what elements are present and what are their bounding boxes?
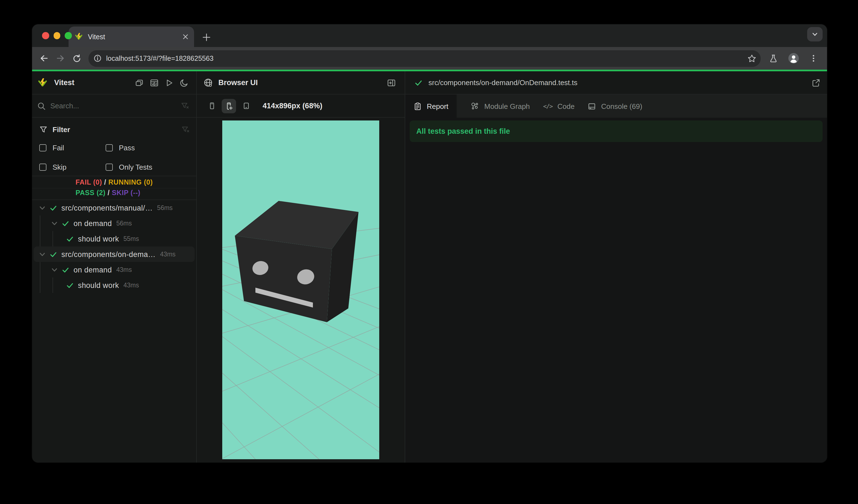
report-tabs: Report Module Graph [405,95,827,118]
viewport-size-label[interactable]: 414x896px (68%) [263,102,322,110]
fail-count: FAIL (0) [76,179,102,186]
minimize-window-button[interactable] [53,32,60,39]
pass-check-icon [50,250,57,258]
window-controls [42,32,72,39]
skip-count: SKIP (--) [112,189,140,197]
dashboard-icon[interactable] [150,78,159,87]
filter-option-pass[interactable]: Pass [106,138,190,158]
url-text[interactable]: localhost:5173/#/?file=1828625563 [106,54,747,62]
windows-icon[interactable] [135,78,144,87]
tab-title: Vitest [88,33,182,40]
browser-toolbar: localhost:5173/#/?file=1828625563 [32,47,827,70]
browser-panel-header: Browser UI [197,71,405,95]
tab-code[interactable]: </> Code [537,95,581,118]
only-tests-checkbox[interactable] [106,164,113,171]
app-title: Vitest [54,79,130,87]
tab-console[interactable]: Console (69) [581,95,649,118]
filter-option-only-tests[interactable]: Only Tests [106,158,190,177]
preview-area [197,118,405,462]
summary-line-pass-skip: PASS (2) / SKIP (--) [76,188,153,198]
code-icon: </> [543,102,553,110]
vitest-ui: Vitest [32,71,827,462]
filter-option-fail[interactable]: Fail [39,138,106,158]
search-input[interactable] [50,102,176,110]
experiments-flask-icon[interactable] [765,50,782,67]
browser-tab-bar: Vitest [32,24,827,47]
test-summary: FAIL (0) / RUNNING (0) PASS (2) / SKIP (… [32,176,196,200]
tab-report[interactable]: Report [405,95,457,118]
site-info-icon[interactable] [93,54,102,63]
tree-row-file-manual[interactable]: src/components/manual/… 56ms [32,200,196,215]
report-file-header: src/components/on-demand/OnDemand.test.t… [405,71,827,95]
tab-module-graph[interactable]: Module Graph [464,95,537,118]
clear-filter-icon[interactable] [181,125,190,133]
vitest-logo-icon [37,78,48,87]
report-panel: src/components/on-demand/OnDemand.test.t… [405,71,827,462]
vitest-favicon-icon [75,33,83,41]
tree-row-file-on-demand[interactable]: src/components/on-dema… 43ms [34,246,195,262]
close-window-button[interactable] [42,32,49,39]
globe-icon [204,78,213,87]
tablet-icon[interactable] [239,99,253,113]
device-toolbar: 414x896px (68%) [197,95,405,118]
module-graph-icon [471,102,479,111]
browser-tab[interactable]: Vitest [68,27,194,47]
pass-check-icon [62,220,69,227]
run-all-icon[interactable] [165,78,174,87]
report-content: All tests passed in this file [405,118,827,462]
tree-row-suite[interactable]: on demand 56ms [32,215,196,231]
reload-button[interactable] [68,50,85,67]
pass-count: PASS (2) [76,189,106,197]
sidebar-actions [135,78,189,87]
back-button[interactable] [35,50,52,67]
kebab-menu-icon[interactable] [805,50,822,67]
address-bar[interactable]: localhost:5173/#/?file=1828625563 [89,50,761,67]
chevron-down-icon[interactable] [39,205,45,211]
tested-page-viewport[interactable] [222,120,379,459]
toggle-panel-right-icon[interactable] [387,78,396,87]
test-file-path: src/components/on-demand/OnDemand.test.t… [428,79,806,87]
dark-mode-icon[interactable] [180,78,189,87]
summary-line-fail-running: FAIL (0) / RUNNING (0) [76,177,153,188]
profile-avatar[interactable] [785,50,801,67]
pass-check-icon [50,204,57,211]
zoom-window-button[interactable] [65,32,72,39]
skip-checkbox[interactable] [39,164,46,171]
pass-check-icon [62,266,69,273]
clear-search-filter-icon[interactable] [181,102,189,110]
pass-checkbox[interactable] [106,144,113,151]
open-external-icon[interactable] [812,78,821,87]
all-tests-passed-banner: All tests passed in this file [410,120,823,142]
fail-checkbox[interactable] [39,144,46,151]
tree-row-suite[interactable]: on demand 43ms [32,262,196,277]
phone-icon[interactable] [205,99,219,113]
sidebar: Vitest [32,71,197,462]
browser-panel-title: Browser UI [218,79,381,87]
forward-button[interactable] [52,50,68,67]
phone-plus-icon[interactable] [222,99,236,113]
tab-search-button[interactable] [807,27,823,42]
bookmark-star-icon[interactable] [747,54,756,63]
tree-row-test[interactable]: should work 55ms [32,231,196,246]
new-tab-button[interactable] [198,29,214,45]
chevron-down-icon[interactable] [51,220,58,226]
pass-check-icon [415,79,423,86]
chevron-down-icon[interactable] [51,267,58,273]
browser-window: Vitest [32,24,827,462]
close-tab-icon[interactable] [182,34,189,40]
filter-panel: Filter Fail [32,118,196,176]
console-icon [588,102,596,110]
funnel-icon [39,125,48,133]
filter-header: Filter [39,123,190,136]
filter-option-skip[interactable]: Skip [39,158,106,177]
filter-options: Fail Pass Skip Only Tests [39,138,190,177]
filter-title: Filter [52,125,176,133]
tree-row-test[interactable]: should work 43ms [32,277,196,293]
pass-check-icon [66,281,74,289]
test-tree: src/components/manual/… 56ms on demand 5… [32,200,196,462]
clipboard-icon [414,102,422,110]
sidebar-header: Vitest [32,71,196,95]
chevron-down-icon[interactable] [39,251,45,257]
pass-check-icon [66,235,74,242]
toolbar-right-icons [765,50,822,67]
